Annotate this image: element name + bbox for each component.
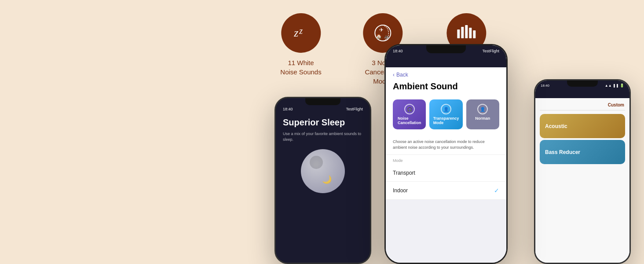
eq-acoustic-card[interactable]: Acoustic — [540, 114, 625, 138]
back-label: Back — [396, 72, 408, 78]
sleep-description: Use a mix of your favorite ambient sound… — [283, 131, 363, 142]
phone-right-time: 18:40 — [541, 83, 549, 88]
back-button[interactable]: ‹ Back — [393, 72, 499, 78]
svg-rect-10 — [473, 30, 476, 38]
phone-left-app: TestFlight — [346, 107, 363, 111]
indoor-mode-item[interactable]: Indoor ✓ — [386, 182, 506, 200]
phone-center-app: TestFlight — [482, 48, 499, 53]
eq-bass-reducer-label: Bass Reducer — [545, 149, 580, 155]
ambient-description: Choose an active noise cancellation mode… — [386, 135, 506, 155]
normal-mode-button[interactable]: 👤 Norman — [466, 99, 499, 129]
svg-text:✈: ✈ — [380, 27, 384, 33]
svg-rect-6 — [457, 29, 460, 38]
svg-rect-9 — [469, 28, 472, 38]
phone-center-top: 18:40 TestFlight — [386, 45, 506, 67]
phone-center: 18:40 TestFlight ‹ Back Ambient Sound 🎧 … — [384, 44, 508, 264]
noise-cancellation-button[interactable]: 🎧 NoiseCancellation — [393, 99, 426, 129]
phone-right-notch — [567, 81, 598, 87]
phone-center-notch — [426, 45, 466, 53]
eq-separator — [540, 110, 625, 110]
phone-right-content: Custom Acoustic Bass Reducer — [535, 98, 629, 263]
normal-mode-icon: 👤 — [477, 104, 488, 114]
transport-mode-item[interactable]: Transport — [386, 165, 506, 182]
phone-right-signals: ▲▲ ❚❚ 🔋 — [605, 83, 624, 88]
phone-right: 18:40 ▲▲ ❚❚ 🔋 Custom Acoustic Bass Reduc… — [534, 79, 631, 264]
moon-image: 🌙 — [301, 149, 345, 193]
ambient-sound-title: Ambient Sound — [386, 80, 506, 96]
eq-custom-label: Custom — [535, 98, 629, 110]
eq-acoustic-label: Acoustic — [545, 123, 567, 129]
phone-left-notch — [305, 98, 340, 105]
phone-left-content: Superior Sleep Use a mix of your favorit… — [276, 113, 370, 205]
ambient-modes-container: 🎧 NoiseCancellation 👤 TransparencyMode 👤… — [386, 96, 506, 135]
white-noise-label: 11 White Noise Sounds — [280, 58, 321, 77]
mode-section-label: Mode — [386, 155, 506, 165]
transparency-mode-label: TransparencyMode — [433, 116, 459, 125]
phone-center-time: 18:40 — [393, 48, 403, 53]
phone-center-content: ‹ Back Ambient Sound 🎧 NoiseCancellation… — [386, 67, 506, 263]
svg-text:z: z — [293, 26, 298, 39]
noise-cancellation-mode-icon: 🎧 — [404, 104, 415, 114]
normal-mode-label: Norman — [475, 116, 490, 121]
white-noise-icon: z z — [281, 13, 321, 53]
phone-right-top: 18:40 ▲▲ ❚❚ 🔋 — [535, 81, 629, 98]
moon-crescent-icon: 🌙 — [322, 175, 332, 184]
indoor-selected-checkmark: ✓ — [494, 187, 499, 194]
back-chevron-icon: ‹ — [393, 72, 395, 78]
phone-left-time: 18:40 — [283, 107, 293, 111]
transport-mode-label: Transport — [393, 170, 415, 176]
svg-text:🏠: 🏠 — [377, 33, 382, 39]
sleep-title: Superior Sleep — [283, 117, 363, 128]
transparency-mode-icon: 👤 — [441, 104, 451, 114]
feature-white-noise: z z 11 White Noise Sounds — [280, 13, 321, 77]
noise-cancellation-mode-label: NoiseCancellation — [398, 116, 421, 125]
svg-text:z: z — [299, 26, 303, 36]
phone-left-status: 18:40 TestFlight — [276, 105, 370, 113]
eq-bass-reducer-card[interactable]: Bass Reducer — [540, 140, 625, 164]
svg-rect-8 — [465, 25, 468, 38]
phone-left: 18:40 TestFlight Superior Sleep Use a mi… — [274, 97, 371, 264]
svg-rect-7 — [461, 27, 464, 38]
indoor-mode-label: Indoor — [393, 187, 408, 194]
ambient-back-section: ‹ Back — [386, 67, 506, 80]
transparency-mode-button[interactable]: 👤 TransparencyMode — [429, 99, 462, 129]
